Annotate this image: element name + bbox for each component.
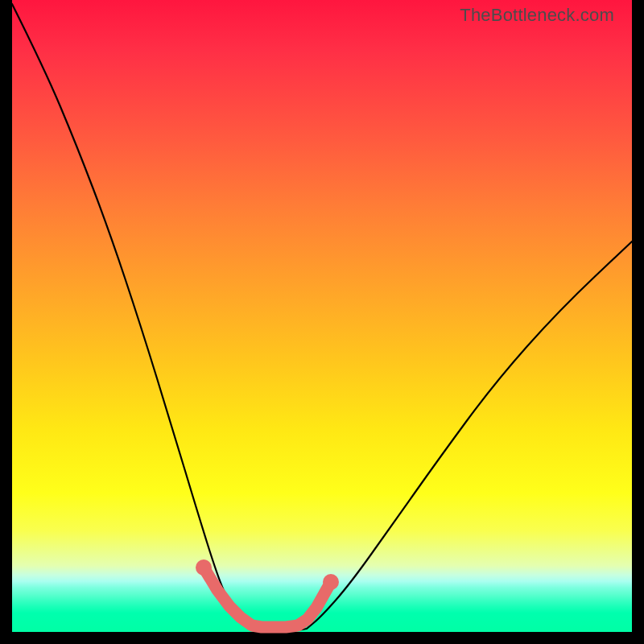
bottleneck-curve (12, 4, 632, 631)
chart-frame: TheBottleneck.com (0, 0, 644, 644)
plot-area: TheBottleneck.com (12, 0, 632, 632)
valley-highlight-line (204, 568, 331, 627)
highlight-cap-right (323, 574, 339, 590)
curve-layer (12, 0, 632, 632)
highlight-cap-left (196, 559, 212, 576)
valley-highlight (196, 559, 339, 627)
